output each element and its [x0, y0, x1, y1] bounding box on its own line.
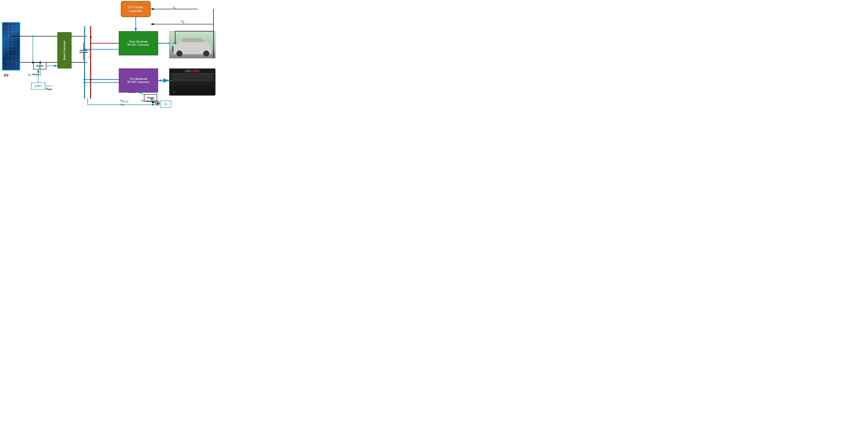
- svg-point-24: [84, 82, 86, 84]
- svg-marker-66: [166, 79, 169, 82]
- plus-sum-label: +: [152, 100, 153, 103]
- svg-marker-54: [152, 103, 155, 106]
- pwm-left-label: PWM: [36, 64, 43, 68]
- svg-marker-45: [54, 65, 57, 67]
- svg-point-14: [90, 78, 92, 81]
- ev-car-image: [169, 31, 216, 58]
- sum-junction: ⊕: [155, 101, 159, 105]
- svg-line-59: [138, 93, 144, 94]
- v-dc-ref-label: VDC ref: [120, 99, 128, 103]
- cap-plus-label: +: [88, 49, 90, 52]
- d-mpp-label: dMPP: [46, 87, 52, 91]
- pwm-bottom-label: PWM: [147, 96, 154, 99]
- pi-label: PI: [164, 103, 167, 106]
- mppt-label: MPPT: [35, 85, 42, 88]
- pi-box: PI: [160, 101, 171, 108]
- pv-label: PV: [4, 73, 9, 78]
- svg-marker-39: [151, 8, 154, 10]
- boost-converter-box: Boost Converter: [57, 32, 71, 68]
- pwm-bottom-box: PWM: [144, 94, 157, 101]
- first-quadrant-box: First Quadrant DC/DC Converter: [119, 31, 158, 55]
- svg-point-13: [90, 36, 92, 38]
- two-pulses-label: 2 Pulses: [128, 91, 136, 93]
- pwm-left-box: PWM: [33, 62, 46, 69]
- i-b-label: ib: [173, 6, 175, 9]
- mppt-box: MPPT: [31, 83, 45, 90]
- ev-charge-controller-box: EV Charge Controller: [121, 1, 151, 17]
- ev-charge-label: EV Charge Controller: [128, 5, 143, 13]
- v-pv-label: vpv: [28, 72, 31, 76]
- two-quadrant-box: Two Quadrant DC/DC Converter: [119, 68, 158, 93]
- svg-marker-50: [37, 69, 39, 72]
- svg-marker-37: [134, 28, 137, 31]
- svg-marker-48: [32, 73, 35, 75]
- two-quadrant-label: Two Quadrant DC/DC Converter: [127, 77, 149, 84]
- pv-panel: [2, 22, 20, 70]
- svg-marker-41: [151, 23, 154, 25]
- capacitor-symbol: + -: [79, 42, 89, 64]
- svg-marker-65: [158, 79, 161, 82]
- minus-sum-label: −: [155, 107, 156, 110]
- boost-converter-label: Boost Converter: [63, 40, 66, 60]
- first-quadrant-label: First Quadrant DC/DC Converter: [127, 40, 149, 46]
- battery-image: 12V: [169, 68, 216, 96]
- v-b-label: Vb: [181, 20, 184, 24]
- diagram: PV PWM MPPT Boost Converter First Quadra…: [0, 0, 217, 111]
- cap-minus-label: −: [88, 55, 90, 59]
- v-dc-label: vDC: [120, 103, 125, 106]
- i-pv-label: ipv: [36, 72, 39, 76]
- svg-marker-67: [134, 29, 137, 31]
- svg-point-16: [84, 78, 86, 81]
